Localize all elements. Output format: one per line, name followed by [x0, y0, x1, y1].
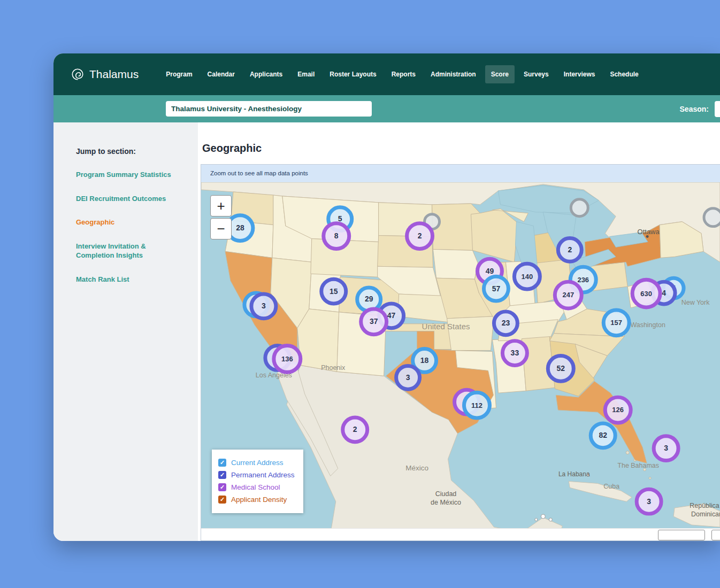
map-marker[interactable] [704, 208, 720, 227]
nav-item-email[interactable]: Email [292, 65, 320, 83]
map-place-label: Dominicana [691, 510, 720, 518]
jump-links: Program Summary StatisticsDEI Recruitmen… [76, 170, 187, 284]
map-marker-count: 630 [640, 290, 652, 298]
legend-item-applicant-density: ✓Applicant Density [218, 496, 295, 504]
map-marker-count: 247 [562, 291, 574, 299]
map-place-label: Washington [630, 321, 665, 329]
map-marker-count: 28 [236, 223, 244, 232]
nav-item-interviews[interactable]: Interviews [558, 65, 601, 83]
app-window: Thalamus ProgramCalendarApplicantsEmailR… [53, 53, 720, 541]
map-marker-count: 18 [420, 356, 429, 365]
map-panel: Zoom out to see all map data points [201, 164, 720, 541]
season-label: Season: [680, 105, 709, 113]
legend-item-current-address: ✓Current Address [218, 459, 295, 467]
nav-item-program[interactable]: Program [160, 65, 198, 83]
legend-checkbox-medical-school[interactable]: ✓ [218, 483, 226, 491]
zoom-out-button[interactable]: − [210, 218, 232, 239]
main-nav: ProgramCalendarApplicantsEmailRoster Lay… [160, 65, 645, 83]
nav-item-score[interactable]: Score [485, 65, 515, 83]
legend-checkbox-permanent-address[interactable]: ✓ [218, 471, 226, 479]
map-bottom-strip [201, 528, 720, 540]
nav-item-schedule[interactable]: Schedule [604, 65, 644, 83]
season-control: Season: [680, 95, 720, 122]
map-marker-count: 52 [557, 364, 565, 373]
map-place-label: New York [681, 299, 710, 306]
nav-item-administration[interactable]: Administration [425, 65, 482, 83]
nav-item-applicants[interactable]: Applicants [244, 65, 288, 83]
legend-checkbox-current-address[interactable]: ✓ [218, 459, 226, 467]
map-marker-count: 15 [330, 287, 338, 296]
map-place-label: Ottawa [638, 228, 660, 236]
content-area: Jump to section: Program Summary Statist… [53, 122, 720, 541]
legend-label: Medical School [231, 483, 280, 491]
zoom-in-button[interactable]: + [210, 195, 232, 216]
map-container[interactable]: OttawaNew YorkWashingtonUnited StatesPho… [201, 182, 720, 528]
map-marker-count: 3 [262, 301, 266, 310]
map-marker-count: 136 [281, 355, 293, 363]
legend-label: Applicant Density [231, 496, 287, 504]
map-marker-count: 49 [486, 267, 494, 275]
subheader-bar: Season: [53, 95, 720, 122]
nav-item-reports[interactable]: Reports [386, 65, 422, 83]
map-place-label: La Habana [558, 470, 590, 478]
map-place-label: United States [422, 322, 470, 331]
desktop-background: { "header": { "logo": "Thalamus", "nav":… [0, 0, 720, 588]
top-navbar: Thalamus ProgramCalendarApplicantsEmailR… [53, 53, 720, 95]
map-marker-count: 33 [511, 349, 519, 357]
map-zoom-controls: + − [210, 195, 232, 239]
map-marker-count: 2 [568, 245, 572, 254]
page-title: Geographic [202, 142, 720, 154]
map-marker-count: 47 [387, 311, 396, 320]
season-select[interactable] [715, 101, 720, 117]
map-marker[interactable] [571, 199, 588, 216]
map-attribution-box[interactable] [658, 530, 705, 540]
map-marker-count: 8 [334, 231, 339, 240]
legend-label: Permanent Address [231, 471, 295, 479]
map-marker-count: 23 [502, 319, 510, 327]
map-legend: ✓Current Address✓Permanent Address✓Medic… [212, 450, 303, 513]
legend-label: Current Address [231, 459, 284, 467]
map-place-label: Phoenix [321, 364, 346, 372]
sidebar-item-dei-recruitment-outcomes[interactable]: DEI Recruitment Outcomes [76, 194, 171, 204]
map-attribution-box[interactable] [711, 530, 720, 540]
map-marker-count: 3 [647, 497, 651, 506]
legend-item-permanent-address: ✓Permanent Address [218, 471, 295, 479]
map-marker-count: 2 [418, 231, 422, 240]
map-marker-count: 4 [662, 289, 666, 297]
map-marker-count: 29 [365, 295, 373, 303]
map-marker-count: 37 [370, 317, 378, 326]
legend-item-medical-school: ✓Medical School [218, 483, 295, 491]
map-place-label: México [405, 465, 428, 473]
map-marker-count: 82 [599, 431, 607, 439]
main-panel: Geographic Zoom out to see all map data … [198, 122, 720, 541]
legend-checkbox-applicant-density[interactable]: ✓ [218, 496, 226, 504]
sidebar-item-match-rank-list[interactable]: Match Rank List [76, 275, 171, 284]
map-place-label: Cuba [603, 483, 619, 490]
sidebar-item-geographic[interactable]: Geographic [76, 218, 171, 227]
thalamus-logo[interactable]: Thalamus [71, 67, 139, 81]
map-marker-count: 126 [612, 406, 624, 414]
thalamus-logo-text: Thalamus [89, 68, 139, 81]
map-zoom-banner: Zoom out to see all map data points [201, 165, 720, 182]
map-place-label: de México [431, 499, 461, 506]
map-place-label: Ciudad [435, 490, 457, 498]
jump-to-section-heading: Jump to section: [76, 147, 187, 156]
map-place-label: The Bahamas [617, 462, 659, 469]
map-marker-count: 112 [471, 401, 482, 409]
map-marker-count: 3 [664, 444, 668, 452]
sidebar-item-program-summary-statistics[interactable]: Program Summary Statistics [76, 170, 171, 180]
map-marker-count: 3 [406, 373, 410, 382]
nav-item-surveys[interactable]: Surveys [518, 65, 555, 83]
thalamus-logo-icon [71, 67, 85, 81]
map-marker-count: 157 [610, 319, 622, 327]
map-marker-count: 57 [492, 284, 501, 293]
map-place-label: República [690, 502, 719, 509]
nav-item-roster-layouts[interactable]: Roster Layouts [324, 65, 382, 83]
program-select[interactable] [166, 101, 372, 117]
map-marker-count: 140 [522, 273, 533, 281]
map-marker-count: 236 [577, 276, 589, 284]
sidebar-item-interview-invitation-completion-insights[interactable]: Interview Invitation & Completion Insigh… [76, 242, 171, 260]
nav-item-calendar[interactable]: Calendar [202, 65, 241, 83]
map-marker-count: 2 [353, 425, 357, 434]
sidebar: Jump to section: Program Summary Statist… [53, 122, 198, 541]
